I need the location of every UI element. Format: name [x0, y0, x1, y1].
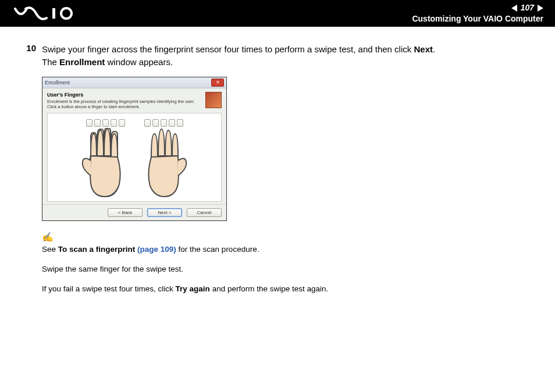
left-finger-boxes — [79, 119, 131, 127]
step-text-part: The — [42, 57, 59, 67]
finger-slot[interactable] — [152, 119, 159, 127]
finger-slot[interactable] — [94, 119, 101, 127]
note-text-part: If you fail a swipe test four times, cli… — [42, 284, 176, 293]
note-try-again: If you fail a swipe test four times, cli… — [42, 283, 532, 295]
step-text-part: window appears. — [105, 57, 173, 67]
cancel-button[interactable]: Cancel — [187, 208, 222, 217]
window-footer: < Back Next > Cancel — [42, 204, 226, 220]
finger-slot[interactable] — [111, 119, 117, 127]
step-text-bold-enrollment: Enrollment — [59, 57, 105, 67]
header-bar: 107 Customizing Your VAIO Computer — [0, 0, 555, 27]
left-hand-icon — [79, 128, 131, 198]
users-fingers-heading: User's Fingers — [47, 92, 202, 98]
left-hand-block — [79, 119, 131, 198]
finger-slot[interactable] — [177, 119, 183, 127]
header-right: 107 Customizing Your VAIO Computer — [412, 3, 543, 24]
finger-slot[interactable] — [161, 119, 167, 127]
page-nav: 107 — [412, 3, 543, 13]
svg-rect-0 — [52, 8, 55, 19]
step-10: 10 Swipe your finger across the fingerpr… — [23, 43, 532, 69]
step-number: 10 — [23, 43, 36, 69]
note-bold-tryagain: Try again — [176, 284, 210, 293]
right-hand-icon — [137, 128, 190, 198]
close-icon[interactable]: ✕ — [211, 79, 224, 87]
window-title: Enrollment — [45, 80, 70, 85]
note-see-scan: See To scan a fingerprint (page 109) for… — [42, 244, 532, 255]
finger-slot[interactable] — [144, 119, 151, 127]
enrollment-window: Enrollment ✕ User's Fingers Enrollment i… — [42, 77, 227, 221]
next-button[interactable]: Next > — [147, 208, 182, 217]
step-text-part: Swipe your finger across the fingerprint… — [42, 44, 414, 54]
fingerprint-thumb-icon — [205, 92, 222, 108]
page-link-109[interactable]: (page 109) — [137, 245, 176, 254]
page-number: 107 — [521, 3, 534, 13]
window-body: User's Fingers Enrollment is the process… — [42, 88, 226, 204]
hands-area — [47, 113, 222, 202]
finger-slot[interactable] — [86, 119, 92, 127]
screenshot-container: Enrollment ✕ User's Fingers Enrollment i… — [42, 77, 532, 221]
step-text: Swipe your finger across the fingerprint… — [42, 43, 435, 69]
note-text-part: for the scan procedure. — [176, 245, 259, 254]
step-text-bold-next: Next — [414, 44, 433, 54]
page-content: 10 Swipe your finger across the fingerpr… — [0, 27, 555, 326]
step-text-part: . — [433, 44, 435, 54]
svg-point-1 — [61, 8, 72, 19]
note-bold-scan: To scan a fingerprint — [58, 245, 137, 254]
section-title: Customizing Your VAIO Computer — [412, 14, 543, 24]
nav-next-icon[interactable] — [538, 5, 543, 12]
vaio-logo — [14, 6, 78, 20]
window-titlebar: Enrollment ✕ — [42, 77, 226, 88]
enrollment-description: Enrollment is the process of creating fi… — [47, 99, 202, 109]
finger-slot[interactable] — [169, 119, 175, 127]
right-hand-block — [137, 119, 190, 198]
note-icon: ✍ — [42, 231, 532, 243]
finger-slot[interactable] — [102, 119, 109, 127]
note-text-part: and perform the swipe test again. — [210, 284, 328, 293]
finger-slot[interactable] — [119, 119, 125, 127]
note-text-part: See — [42, 245, 58, 254]
right-finger-boxes — [137, 119, 190, 127]
back-button[interactable]: < Back — [108, 208, 143, 217]
nav-prev-icon[interactable] — [511, 5, 517, 12]
note-same-finger: Swipe the same finger for the swipe test… — [42, 263, 532, 275]
